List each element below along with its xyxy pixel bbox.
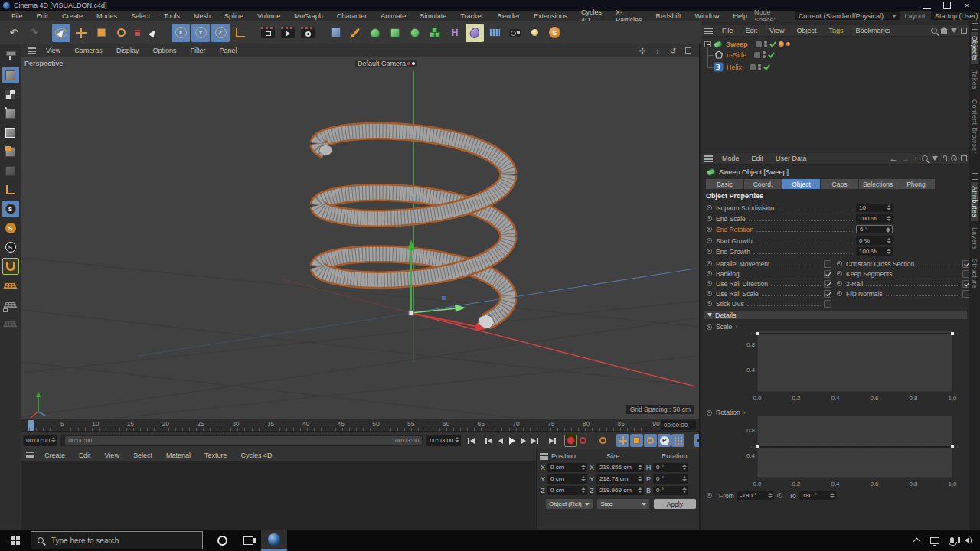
menu-mograph[interactable]: MoGraph <box>287 12 330 20</box>
default-camera-label[interactable]: Default Camera <box>355 60 417 67</box>
material-shader-button[interactable]: S <box>545 24 564 42</box>
enable-snap-magnet-button[interactable] <box>2 258 19 275</box>
snap-auto-button[interactable]: S <box>2 201 19 217</box>
end-rotation-field[interactable]: 6 ° <box>856 225 893 233</box>
next-frame-button[interactable] <box>518 435 529 447</box>
tag-icon[interactable] <box>779 41 784 47</box>
tree-item-helix[interactable]: Helix <box>714 62 770 72</box>
coordinate-system-button[interactable] <box>231 24 250 42</box>
menu-create[interactable]: Create <box>55 12 90 20</box>
anim-dot-icon[interactable] <box>707 281 712 286</box>
undo-button[interactable]: ↶ <box>5 24 23 42</box>
from-field[interactable]: -180 ° <box>737 491 774 500</box>
key-parameter-button[interactable]: P <box>658 434 671 447</box>
node-space-dropdown[interactable]: Current (Standard/Physical) <box>795 11 901 20</box>
om-menu-view[interactable]: View <box>763 27 790 34</box>
coords-size-dropdown[interactable]: Size <box>597 499 648 509</box>
orbit-view-icon[interactable]: ↺ <box>668 46 678 55</box>
camera-button[interactable] <box>505 24 524 42</box>
visibility-dots-icon[interactable] <box>758 64 761 70</box>
anim-dot-icon[interactable] <box>707 291 712 296</box>
am-menu-edit[interactable]: Edit <box>746 155 770 162</box>
anim-dot-icon[interactable] <box>707 238 712 243</box>
menu-volume[interactable]: Volume <box>250 12 287 20</box>
anim-dot-icon[interactable] <box>707 205 712 210</box>
mm-menu-cycles4d[interactable]: Cycles 4D <box>234 452 279 459</box>
toggle-view-icon[interactable] <box>684 46 693 55</box>
mm-menu-texture[interactable]: Texture <box>198 452 234 459</box>
goto-end-button[interactable] <box>547 435 558 447</box>
material-menu-icon[interactable] <box>26 452 34 458</box>
tab-structure[interactable]: Structure <box>971 255 978 292</box>
render-settings-button[interactable] <box>299 24 317 42</box>
primitive-cube-button[interactable] <box>326 24 345 42</box>
texture-mode-button[interactable] <box>2 86 19 103</box>
enabled-check-icon[interactable] <box>768 51 775 58</box>
render-picture-viewer-button[interactable] <box>279 24 297 42</box>
workplane-mode-button[interactable] <box>2 181 19 198</box>
autokey-button[interactable] <box>577 435 589 447</box>
layout-dropdown[interactable]: Startup (User) <box>931 11 980 20</box>
om-menu-bookmarks[interactable]: Bookmarks <box>849 27 896 34</box>
anim-dot-icon[interactable] <box>707 271 712 276</box>
panel-icon[interactable] <box>972 173 978 180</box>
points-mode-button[interactable] <box>2 105 19 122</box>
am-menu-userdata[interactable]: User Data <box>769 155 813 162</box>
lock-y-axis-button[interactable]: Y <box>191 24 210 42</box>
array-button[interactable] <box>485 24 504 42</box>
anim-dot-icon[interactable] <box>837 261 842 266</box>
keyframe-selection-button[interactable] <box>596 435 609 447</box>
lock-x-axis-button[interactable]: X <box>172 24 190 42</box>
symmetry-button[interactable]: H <box>446 24 464 42</box>
end-time-field[interactable]: 00:03:00 <box>426 435 461 446</box>
om-menu-object[interactable]: Object <box>790 27 822 34</box>
use-rail-scale-checkbox[interactable] <box>824 290 831 298</box>
visibility-dots-icon[interactable] <box>764 41 767 47</box>
tab-layers[interactable]: Layers <box>971 223 978 253</box>
parallel-movement-checkbox[interactable] <box>824 260 831 268</box>
attribute-menu-icon[interactable] <box>704 155 713 162</box>
cloner-button[interactable] <box>426 24 444 42</box>
taskbar-search[interactable] <box>31 531 203 549</box>
search-input[interactable] <box>50 536 180 546</box>
tab-basic[interactable]: Basic <box>706 179 743 189</box>
isoparm-subdivision-field[interactable]: 10 <box>856 204 893 212</box>
menu-extensions[interactable]: Extensions <box>527 12 574 20</box>
key-rotation-button[interactable] <box>644 434 657 447</box>
coords-menu-icon[interactable] <box>540 453 548 460</box>
details-section-header[interactable]: Details <box>704 311 967 319</box>
tab-takes[interactable]: Takes <box>971 67 978 93</box>
size-x-field[interactable]: 219.856 cm <box>596 463 644 472</box>
menu-simulate[interactable]: Simulate <box>413 12 453 20</box>
play-button[interactable] <box>506 435 518 447</box>
deformer-button[interactable] <box>406 24 424 42</box>
rotation-spline-graph[interactable]: 0.8 0.4 0.0 0.2 0.4 0.6 0.8 1.0 <box>732 412 962 488</box>
taskbar-cinema4d-app[interactable] <box>261 530 287 551</box>
record-keyframe-button[interactable] <box>564 435 577 447</box>
menu-select[interactable]: Select <box>124 12 157 20</box>
position-x-field[interactable]: 0 cm <box>547 463 587 472</box>
layer-chip-icon[interactable] <box>750 64 756 70</box>
menu-redshift[interactable]: Redshift <box>649 12 688 20</box>
am-menu-mode[interactable]: Mode <box>716 155 746 162</box>
layer-chip-icon[interactable] <box>754 52 760 58</box>
menu-character[interactable]: Character <box>330 12 374 20</box>
mm-menu-view[interactable]: View <box>98 452 126 459</box>
rotate-tool[interactable] <box>112 24 130 42</box>
tab-objects[interactable]: Objects <box>971 32 978 64</box>
mm-menu-edit[interactable]: Edit <box>72 452 98 459</box>
anim-dot-icon[interactable] <box>707 301 712 306</box>
edges-mode-button[interactable] <box>2 124 19 141</box>
anim-dot-icon[interactable] <box>707 261 712 266</box>
anim-dot-icon[interactable] <box>837 291 842 296</box>
filter-icon[interactable] <box>951 28 957 33</box>
mm-menu-material[interactable]: Material <box>159 452 198 459</box>
viewport-canvas[interactable]: Perspective Default Camera Grid Spacing … <box>21 57 699 419</box>
stepper-icon[interactable] <box>51 437 56 442</box>
panel-icon[interactable] <box>961 155 967 161</box>
apply-button[interactable]: Apply <box>654 499 696 509</box>
vp-menu-filter[interactable]: Filter <box>183 47 212 54</box>
tab-object[interactable]: Object <box>782 179 820 189</box>
menu-file[interactable]: File <box>5 12 30 20</box>
model-mode-button[interactable] <box>2 67 19 83</box>
